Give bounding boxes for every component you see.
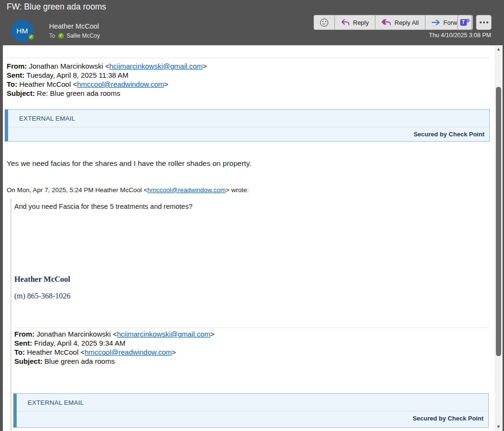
more-options-icon — [480, 21, 482, 23]
reactions-smiley-icon — [320, 19, 328, 27]
message-subject: FW: Blue green ada rooms — [7, 2, 106, 12]
quoted-header-2: From: Jonathan Marcinkowski <hcijmarcink… — [14, 329, 214, 366]
signature-phone: (m) 865-368-1026 — [14, 292, 71, 300]
sent-line: Sent: Friday, April 4, 2025 9:34 AM — [14, 339, 214, 348]
reply-all-button[interactable]: Reply All — [375, 15, 425, 30]
more-actions-button[interactable] — [476, 15, 492, 30]
presence-available-check-icon: ✓ — [28, 33, 35, 41]
attribution-email-link[interactable]: hmccool@readwindow.com — [147, 186, 226, 194]
blockquote-border — [10, 199, 11, 431]
from-email-link[interactable]: hcijmarcinkowski@gmail.com — [117, 330, 211, 338]
secured-by-checkpoint-label: Secured by Check Point — [413, 415, 484, 422]
from-line: From: Jonathan Marcinkowski <hcijmarcink… — [14, 329, 214, 339]
scrollbar-thumb[interactable] — [496, 87, 501, 356]
reply-all-arrow-icon — [382, 19, 391, 26]
to-line: To: Heather McCool <hmccool@readwindow.c… — [14, 348, 214, 357]
scroll-down-arrow-icon[interactable]: ▼ — [494, 423, 503, 431]
reply-all-label: Reply All — [394, 19, 419, 26]
outlook-reading-pane: { "header": { "subject": "FW: Blue green… — [0, 0, 504, 431]
reactions-button[interactable] — [314, 15, 335, 30]
share-to-teams-button[interactable]: T — [457, 15, 472, 30]
recipient-row: To ✓ Sallie McCoy — [49, 32, 100, 39]
subject-line: Subject: Re: Blue green ada rooms — [7, 89, 207, 98]
avatar-initials: HM — [16, 27, 28, 35]
to-label: To — [49, 32, 55, 39]
external-email-label: EXTERNAL EMAIL — [19, 115, 75, 122]
divider — [6, 58, 489, 58]
signature-name: Heather McCool — [14, 275, 70, 284]
reply-arrow-icon — [341, 19, 350, 26]
from-line: From: Jonathan Marcinkowski <hcijmarcink… — [7, 62, 207, 71]
to-email-link[interactable]: hmccool@readwindow.com — [77, 80, 164, 88]
recipient-name[interactable]: Sallie McCoy — [67, 32, 100, 39]
divider — [17, 411, 488, 411]
divider — [14, 328, 489, 328]
from-email-link[interactable]: hcijmarcinkowski@gmail.com — [110, 62, 203, 70]
to-line: To: Heather McCool <hmccool@readwindow.c… — [7, 80, 207, 89]
message-body-panel: From: Jonathan Marcinkowski <hcijmarcink… — [3, 45, 503, 431]
divider — [8, 127, 489, 127]
external-email-banner: EXTERNAL EMAIL Secured by Check Point — [5, 109, 490, 142]
scroll-up-arrow-icon[interactable]: ▲ — [494, 46, 503, 53]
received-timestamp: Thu 4/10/2025 3:08 PM — [429, 32, 491, 39]
external-email-label: EXTERNAL EMAIL — [28, 399, 84, 406]
response-toolbar: Reply Reply All Forward — [313, 15, 473, 30]
reply-label: Reply — [353, 19, 369, 26]
external-email-banner: EXTERNAL EMAIL Secured by Check Point — [13, 393, 489, 428]
message-header: FW: Blue green ada rooms HM ✓ Heather Mc… — [0, 0, 504, 45]
quote-attribution: On Mon, Apr 7, 2025, 5:24 PM Heather McC… — [7, 186, 249, 194]
to-email-link[interactable]: hmccool@readwindow.com — [85, 348, 172, 356]
vertical-scrollbar[interactable]: ▲ ▼ — [494, 45, 503, 431]
message-body-text: Yes we need facias for the shares and I … — [7, 159, 252, 168]
sender-name[interactable]: Heather McCool — [49, 22, 99, 30]
presence-available-check-icon: ✓ — [58, 33, 64, 39]
teams-icon: T — [460, 18, 470, 27]
subject-line: Subject: Blue green ada rooms — [14, 357, 214, 366]
secured-by-checkpoint-label: Secured by Check Point — [413, 131, 484, 138]
forward-arrow-icon — [432, 19, 440, 26]
quoted-question-text: And you need Fascia for these 5 treatmen… — [14, 203, 192, 210]
sent-line: Sent: Tuesday, April 8, 2025 11:38 AM — [7, 71, 207, 80]
quoted-header-1: From: Jonathan Marcinkowski <hcijmarcink… — [7, 62, 207, 98]
reply-button[interactable]: Reply — [335, 15, 375, 30]
